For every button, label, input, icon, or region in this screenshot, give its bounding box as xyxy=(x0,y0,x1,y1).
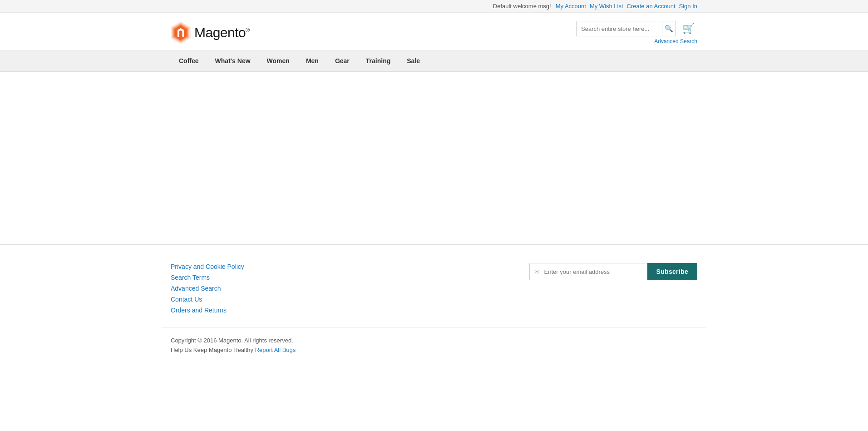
footer: Privacy and Cookie Policy Search Terms A… xyxy=(0,244,868,367)
header: Magento® 🔍 🛒 Advanced Search xyxy=(0,13,868,50)
my-account-link[interactable]: My Account xyxy=(556,3,586,10)
newsletter-section: ✉ Subscribe xyxy=(529,263,697,280)
copyright-text: Copyright © 2016 Magento. All rights res… xyxy=(171,337,697,344)
advanced-search-header-link[interactable]: Advanced Search xyxy=(654,38,697,45)
header-right: 🔍 🛒 Advanced Search xyxy=(576,21,697,45)
logo[interactable]: Magento® xyxy=(171,21,250,44)
report-bugs-link[interactable]: Report All Bugs xyxy=(255,347,296,353)
my-wish-list-link[interactable]: My Wish List xyxy=(590,3,623,10)
nav-item-training[interactable]: Training xyxy=(358,50,399,71)
email-icon: ✉ xyxy=(530,268,544,275)
newsletter-email-input[interactable] xyxy=(544,263,647,280)
cart-button[interactable]: 🛒 xyxy=(680,22,697,35)
footer-link-privacy[interactable]: Privacy and Cookie Policy xyxy=(171,263,244,270)
nav-item-coffee[interactable]: Coffee xyxy=(171,50,207,71)
search-row: 🔍 🛒 xyxy=(576,21,697,36)
footer-inner: Privacy and Cookie Policy Search Terms A… xyxy=(162,263,706,314)
nav-inner: Coffee What's New Women Men Gear Trainin… xyxy=(162,50,706,71)
footer-links: Privacy and Cookie Policy Search Terms A… xyxy=(171,263,244,314)
main-nav: Coffee What's New Women Men Gear Trainin… xyxy=(0,50,868,72)
footer-link-orders-returns[interactable]: Orders and Returns xyxy=(171,307,244,314)
main-content xyxy=(0,72,868,244)
welcome-message: Default welcome msg! xyxy=(493,3,551,10)
nav-item-women[interactable]: Women xyxy=(259,50,298,71)
nav-item-sale[interactable]: Sale xyxy=(399,50,428,71)
search-button[interactable]: 🔍 xyxy=(662,21,676,36)
nav-item-whats-new[interactable]: What's New xyxy=(207,50,259,71)
health-text: Help Us Keep Magento Healthy Report All … xyxy=(171,347,697,353)
search-box: 🔍 xyxy=(576,21,676,36)
subscribe-button[interactable]: Subscribe xyxy=(647,263,697,280)
nav-item-gear[interactable]: Gear xyxy=(327,50,358,71)
search-input[interactable] xyxy=(577,21,662,36)
footer-link-contact-us[interactable]: Contact Us xyxy=(171,296,244,303)
newsletter-input-wrap: ✉ xyxy=(529,263,647,280)
magento-logo-icon xyxy=(171,21,191,44)
footer-bottom: Copyright © 2016 Magento. All rights res… xyxy=(162,327,706,353)
top-bar: Default welcome msg! My Account My Wish … xyxy=(0,0,868,13)
create-account-link[interactable]: Create an Account xyxy=(627,3,676,10)
sign-in-link[interactable]: Sign In xyxy=(679,3,697,10)
nav-item-men[interactable]: Men xyxy=(298,50,327,71)
footer-link-advanced-search[interactable]: Advanced Search xyxy=(171,285,244,292)
logo-text: Magento® xyxy=(194,25,250,40)
cart-icon: 🛒 xyxy=(682,23,695,34)
footer-link-search-terms[interactable]: Search Terms xyxy=(171,274,244,281)
